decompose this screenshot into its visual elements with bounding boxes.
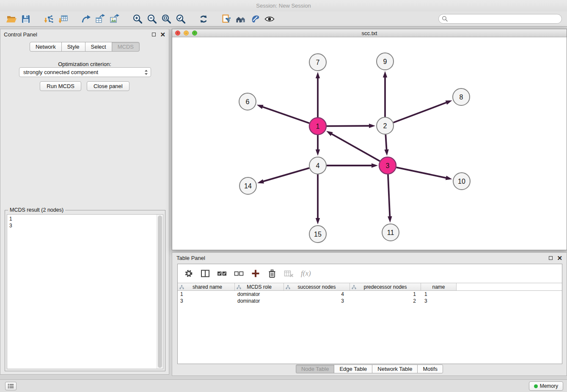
close-panel-button[interactable]: Close panel (87, 81, 129, 91)
tab-network-table[interactable]: Network Table (372, 364, 418, 373)
network-graph[interactable]: 7968124310141511 (172, 37, 567, 250)
graph-edge-2-3[interactable] (384, 135, 388, 156)
cell-mcds-role[interactable]: dominator (235, 291, 284, 298)
graph-edge-3-11[interactable] (388, 174, 392, 223)
graph-node-label: 3 (386, 162, 390, 169)
mcds-result-list[interactable]: 1 3 (7, 214, 163, 369)
column-header-shared-name[interactable]: shared name (178, 283, 235, 290)
function-builder-button[interactable]: f(x) (301, 269, 311, 278)
export-table-button[interactable] (93, 12, 107, 26)
cell-mcds-role[interactable]: dominator (235, 298, 284, 304)
graph-edge-3-1[interactable] (326, 131, 380, 161)
save-session-button[interactable] (19, 12, 33, 26)
tab-select[interactable]: Select (85, 42, 112, 52)
delete-table-button-disabled[interactable] (284, 269, 294, 278)
zoom-selected-button[interactable] (173, 12, 188, 26)
maximize-window-button[interactable]: + (192, 30, 197, 36)
refresh-layout-button[interactable] (196, 12, 211, 26)
graph-edge-1-7[interactable] (316, 72, 320, 117)
show-columns-button[interactable] (201, 269, 210, 278)
graph-node-14[interactable]: 14 (239, 177, 256, 194)
graph-node-11[interactable]: 11 (382, 224, 399, 241)
select-all-button[interactable] (217, 269, 227, 278)
result-scrollbar[interactable] (157, 215, 163, 369)
import-network-button[interactable] (41, 12, 56, 26)
open-session-button[interactable] (4, 12, 19, 26)
column-header-name[interactable]: name (421, 283, 457, 290)
result-scrollbar-thumb[interactable] (158, 215, 162, 368)
export-network-button[interactable] (79, 12, 93, 26)
show-hide-button[interactable] (262, 12, 277, 26)
add-column-button[interactable] (251, 269, 260, 278)
search-input[interactable] (438, 14, 562, 24)
run-mcds-button[interactable]: Run MCDS (40, 81, 81, 91)
tab-mcds[interactable]: MCDS (112, 42, 140, 52)
zoom-out-button[interactable] (145, 12, 159, 26)
task-history-button[interactable] (5, 382, 17, 390)
column-header-mcds-role[interactable]: MCDS role (235, 283, 284, 290)
graph-node-9[interactable]: 9 (377, 53, 394, 70)
graph-node-4[interactable]: 4 (309, 157, 326, 174)
graph-node-8[interactable]: 8 (453, 88, 470, 105)
search-field-container (438, 14, 562, 24)
new-network-from-selection-button[interactable] (219, 12, 234, 26)
criterion-select[interactable]: strongly connected component (19, 67, 151, 77)
minimize-window-button[interactable]: − (184, 30, 189, 36)
graph-node-6[interactable]: 6 (239, 93, 256, 110)
table-panel-float-button[interactable] (549, 256, 553, 260)
network-canvas[interactable]: 7968124310141511 (172, 37, 567, 250)
memory-status-icon (534, 384, 538, 388)
table-row[interactable]: 1 dominator 4 1 1 (178, 291, 562, 298)
graph-edge-2-8[interactable] (394, 100, 452, 122)
zoom-fit-button[interactable] (159, 12, 173, 26)
export-image-button[interactable] (107, 12, 122, 26)
graph-node-1[interactable]: 1 (309, 118, 326, 135)
close-window-button[interactable]: × (175, 30, 180, 36)
deselect-all-button[interactable] (234, 269, 244, 278)
cell-name[interactable]: 1 (421, 291, 457, 298)
graph-node-label: 14 (244, 182, 252, 190)
control-panel-float-button[interactable] (152, 33, 156, 36)
graph-node-7[interactable]: 7 (309, 54, 326, 71)
graph-node-2[interactable]: 2 (377, 117, 394, 134)
delete-column-button[interactable] (267, 269, 277, 278)
tab-motifs[interactable]: Motifs (417, 364, 443, 373)
column-header-predecessor-nodes[interactable]: predecessor nodes (350, 283, 421, 290)
zoom-in-button[interactable] (130, 12, 145, 26)
tab-style[interactable]: Style (61, 42, 85, 52)
graph-edge-4-3[interactable] (327, 163, 378, 168)
graph-edge-1-6[interactable] (257, 105, 309, 123)
graph-edge-2-9[interactable] (383, 71, 387, 117)
table-panel-close-button[interactable]: ✕ (557, 255, 562, 261)
graph-edge-4-15[interactable] (316, 174, 320, 224)
control-panel-close-button[interactable]: ✕ (160, 31, 165, 38)
graph-node-3[interactable]: 3 (379, 157, 396, 174)
cell-predecessor-nodes[interactable]: 1 (350, 291, 421, 298)
column-header-successor-nodes[interactable]: successor nodes (284, 283, 350, 290)
graph-node-10[interactable]: 10 (453, 173, 470, 190)
tab-node-table[interactable]: Node Table (296, 364, 335, 373)
cell-predecessor-nodes[interactable]: 2 (350, 298, 421, 304)
apply-style-button[interactable] (248, 12, 262, 26)
import-table-button[interactable] (56, 12, 70, 26)
cell-successor-nodes[interactable]: 4 (284, 291, 350, 298)
table-settings-button[interactable] (184, 269, 193, 278)
graph-edge-1-2[interactable] (327, 124, 375, 128)
memory-button[interactable]: Memory (529, 381, 563, 391)
cell-successor-nodes[interactable]: 3 (284, 298, 350, 304)
eye-icon (264, 14, 275, 25)
cell-shared-name[interactable]: 3 (178, 298, 235, 304)
tab-edge-table[interactable]: Edge Table (334, 364, 372, 373)
table-row[interactable]: 3 dominator 3 2 3 (178, 298, 562, 304)
graph-edge-4-14[interactable] (257, 168, 309, 184)
control-panel-header: Control Panel ✕ (0, 29, 169, 39)
graph-edge-3-10[interactable] (396, 167, 452, 180)
tab-network[interactable]: Network (30, 42, 62, 52)
first-neighbors-button[interactable] (234, 12, 248, 26)
graph-node-15[interactable]: 15 (309, 226, 326, 243)
cell-shared-name[interactable]: 1 (178, 291, 235, 298)
cell-name[interactable]: 3 (421, 298, 457, 304)
graph-edge-1-4[interactable] (316, 135, 320, 156)
criterion-selected-value: strongly connected component (23, 69, 144, 75)
combo-stepper-icon (144, 69, 148, 75)
